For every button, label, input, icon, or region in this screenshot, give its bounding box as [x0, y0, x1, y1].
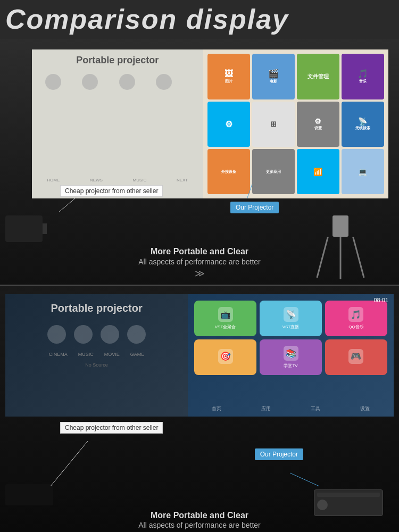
screen-left-title: Portable projector — [76, 55, 159, 66]
nav-item-2: NEWS — [90, 178, 103, 182]
tab-4: 设置 — [360, 405, 370, 412]
bottom-tab-bar: 首页 应用 工具 设置 — [192, 405, 389, 412]
cheap-label-bottom: Cheap projector from other seller — [60, 422, 163, 434]
app-tile-2: 📡 VST直播 — [260, 301, 322, 336]
icon-circle-3 — [119, 74, 135, 90]
our-projector-label-top: Our Projector — [230, 202, 279, 213]
screen-left-bottom-cheap: Portable projector CINEMA MUSIC MOVIE GA… — [5, 294, 188, 417]
bottom-nav-labels: CINEMA MUSIC MOVIE GAME — [49, 352, 145, 357]
app-name-2: VST直播 — [282, 324, 300, 330]
app-icon-2: 📡 — [284, 307, 298, 322]
app-tile-6: 🎮 — [325, 339, 387, 375]
app-icon-3: 🎵 — [348, 307, 363, 322]
app-icon-6: 🎮 — [348, 349, 363, 364]
app-tile-5: 📚 学堂TV — [260, 339, 322, 375]
caption-line1-bottom: More Portable and Clear — [0, 511, 399, 520]
screen-bottom-title: Portable projector — [51, 302, 142, 314]
app-grid: 📺 VST全聚合 📡 VST直播 🎵 QQ音乐 🎯 — [194, 301, 387, 375]
tile-6: ⊞ — [252, 102, 295, 147]
nav-label-1: CINEMA — [49, 352, 68, 357]
device-lens — [317, 500, 328, 510]
icon-circle-2 — [82, 74, 98, 90]
app-name-1: VST全聚合 — [215, 324, 236, 330]
tile-11: 📶 — [297, 149, 339, 194]
app-name-3: QQ音乐 — [348, 324, 363, 330]
device-screen — [317, 493, 380, 497]
top-comparison-section: Portable projector HOME NEWS MUSIC NEXT … — [0, 39, 399, 285]
caption-text-top: More Portable and Clear All aspects of p… — [0, 247, 399, 266]
tab-2: 应用 — [261, 405, 271, 412]
time-display: 08:01 — [373, 297, 388, 303]
nav-label-4: GAME — [130, 352, 145, 357]
cheap-label-top: Cheap projector from other seller — [60, 185, 163, 197]
tile-5: ⚙ — [207, 102, 250, 147]
bottom-icons-grid — [47, 325, 146, 344]
app-icon-5: 📚 — [284, 346, 298, 361]
page-wrapper: Comparison display Portable projector HO… — [0, 0, 399, 532]
tile-10: 更多应用 — [252, 149, 295, 194]
tile-4: 🎵音乐 — [342, 54, 384, 99]
nav-item-3: MUSIC — [133, 178, 147, 182]
nav-item-1: HOME — [47, 178, 60, 182]
bottom-comparison-section: 08:01 Portable projector CINEMA MUSIC MO… — [0, 286, 399, 532]
projected-screen-top: Portable projector HOME NEWS MUSIC NEXT … — [32, 49, 388, 198]
app-name-5: 学堂TV — [284, 363, 297, 369]
icon-circle-4 — [156, 74, 172, 90]
bottom-icon-3 — [101, 325, 119, 344]
nav-bar-sim: HOME NEWS MUSIC NEXT — [32, 174, 203, 185]
tile-12: 💻 — [342, 149, 384, 194]
tile-9: 外接设备 — [207, 149, 250, 194]
page-title: Comparison display — [5, 4, 394, 35]
tile-7: ⚙设置 — [297, 102, 339, 147]
screen-right-ours: 🖼图片 🎬电影 文件管理 🎵音乐 ⚙ ⊞ ⚙设置 📡无线搜索 外接设备 更多应用… — [203, 49, 388, 198]
no-source-label: No Source — [85, 362, 108, 368]
icon-circle-1 — [45, 74, 61, 90]
tile-2: 🎬电影 — [252, 54, 295, 99]
screen-left-cheap: Portable projector HOME NEWS MUSIC NEXT — [32, 49, 203, 198]
win-icons-grid — [45, 74, 189, 90]
bottom-icon-4 — [127, 325, 146, 344]
app-tile-1: 📺 VST全聚合 — [194, 301, 256, 336]
nav-item-4: NEXT — [177, 178, 188, 182]
cheap-projector-device-top — [5, 215, 43, 242]
header-banner: Comparison display — [0, 0, 399, 39]
caption-text-bottom: More Portable and Clear All aspects of p… — [0, 511, 399, 529]
caption-line2-bottom: All aspects of performance are better — [0, 521, 399, 529]
caption-line2-top: All aspects of performance are better — [0, 257, 399, 266]
chevron-down-icon: ≫ — [195, 268, 205, 279]
tab-3: 工具 — [311, 405, 320, 412]
bottom-icon-2 — [74, 325, 93, 344]
projected-screen-bottom: Portable projector CINEMA MUSIC MOVIE GA… — [5, 294, 394, 417]
tile-1: 🖼图片 — [207, 54, 250, 99]
app-icon-4: 🎯 — [218, 349, 233, 364]
tripod-head — [332, 215, 348, 237]
bottom-icon-1 — [47, 325, 66, 344]
screen-right-bottom-ours: 📺 VST全聚合 📡 VST直播 🎵 QQ音乐 🎯 — [188, 294, 394, 417]
cheap-projector-device-bottom — [5, 484, 53, 505]
app-tile-3: 🎵 QQ音乐 — [325, 301, 387, 336]
app-icon-1: 📺 — [218, 307, 233, 322]
tile-3: 文件管理 — [297, 54, 339, 99]
caption-line1-top: More Portable and Clear — [0, 247, 399, 256]
tab-1: 首页 — [212, 405, 221, 412]
nav-label-2: MUSIC — [78, 352, 94, 357]
app-tile-4: 🎯 — [194, 339, 256, 375]
tile-8: 📡无线搜索 — [342, 102, 384, 147]
our-projector-label-bottom: Our Projector — [255, 448, 303, 460]
nav-label-3: MOVIE — [104, 352, 120, 357]
